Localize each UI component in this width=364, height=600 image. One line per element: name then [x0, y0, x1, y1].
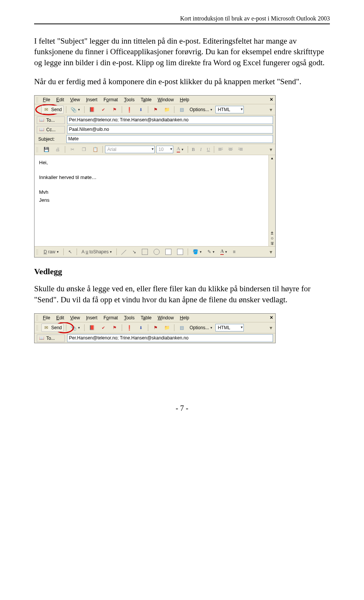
overflow-icon[interactable]: ▾ [268, 107, 274, 113]
cut-button[interactable] [67, 145, 77, 154]
separator [188, 248, 188, 255]
menu-view[interactable]: View [67, 314, 83, 321]
overflow-icon[interactable]: ▾ [268, 325, 274, 331]
close-icon[interactable]: × [270, 314, 273, 320]
cc-button[interactable]: Cc... [37, 126, 65, 134]
textbox-tool[interactable] [163, 248, 173, 256]
page-button[interactable] [177, 324, 187, 332]
outlook-compose-screenshot-2: File Edit View Insert Format Tools Table… [34, 313, 276, 343]
line-tool[interactable] [119, 248, 129, 256]
body-greeting: Hei, [39, 159, 264, 167]
address-book-button[interactable] [87, 105, 97, 114]
browse-select-icon[interactable]: ○ [271, 236, 273, 241]
to-field[interactable]: Per.Hansen@telenor.no; Trine.Hansen@skan… [67, 116, 273, 124]
italic-button[interactable]: I [198, 147, 204, 152]
underline-button[interactable]: U [206, 147, 212, 152]
folder-icon [164, 325, 170, 331]
font-color-button[interactable]: A▾ [175, 145, 185, 154]
menu-table[interactable]: Table [138, 314, 155, 321]
cut-icon [69, 146, 75, 152]
menu-format[interactable]: Format [100, 314, 121, 321]
check-names-button[interactable] [98, 105, 108, 114]
arrow-tool[interactable]: ↘ [130, 248, 138, 256]
font-color-button[interactable]: A▾ [218, 248, 229, 256]
line-color-button[interactable]: ✎▾ [206, 248, 217, 256]
menu-table[interactable]: Table [138, 96, 155, 103]
menu-format[interactable]: Format [100, 96, 121, 103]
scroll-up-icon[interactable]: ▴ [271, 155, 273, 161]
font-size-combo[interactable]: 10 [156, 146, 173, 153]
page-button[interactable] [177, 105, 187, 114]
subject-label: Subject: [37, 136, 64, 143]
menu-file[interactable]: File [40, 96, 53, 103]
menu-help[interactable]: Help [177, 314, 192, 321]
menu-view[interactable]: View [67, 96, 83, 103]
menu-tools[interactable]: Tools [121, 96, 138, 103]
to-button[interactable]: To... [37, 116, 65, 124]
importance-low-button[interactable] [136, 324, 146, 332]
importance-high-button[interactable] [124, 105, 134, 114]
align-left-button[interactable] [217, 146, 225, 152]
menu-help[interactable]: Help [177, 96, 192, 103]
cc-field[interactable]: Paal.Nilsen@uib.no [67, 126, 273, 134]
to-row: To... Per.Hansen@telenor.no; Trine.Hanse… [35, 115, 275, 125]
subject-field[interactable]: Møte [66, 135, 273, 143]
line-icon [121, 249, 127, 254]
close-icon[interactable]: × [270, 96, 273, 102]
permission-button[interactable] [110, 105, 119, 114]
flag-icon [111, 325, 118, 331]
rectangle-tool[interactable] [140, 248, 150, 256]
menu-edit[interactable]: Edit [53, 314, 67, 321]
follow-up-button[interactable] [151, 324, 160, 332]
draw-menu[interactable]: Draw ▾ [42, 248, 61, 256]
options-button[interactable]: Options... ▾ [188, 324, 214, 331]
overflow-icon[interactable]: ▾ [268, 249, 274, 255]
send-button[interactable]: Send [41, 324, 64, 332]
print-button[interactable] [53, 145, 63, 154]
follow-up-button[interactable] [151, 105, 160, 114]
fill-color-button[interactable]: 🪣▾ [191, 248, 204, 256]
browse-next-icon[interactable]: ∓ [270, 241, 274, 246]
insert-file-button[interactable] [162, 324, 172, 332]
check-names-button[interactable] [98, 324, 108, 332]
wordart-tool[interactable] [175, 248, 185, 256]
menu-window[interactable]: Window [155, 314, 177, 321]
importance-low-button[interactable] [136, 105, 146, 114]
font-combo[interactable]: Arial [105, 146, 155, 153]
folder-icon [164, 107, 170, 113]
options-button[interactable]: Options... ▾ [188, 106, 214, 113]
menu-insert[interactable]: Insert [83, 314, 100, 321]
oval-tool[interactable] [152, 248, 162, 256]
attach-button[interactable]: ▾ [69, 105, 82, 114]
select-objects-button[interactable]: ↖ [66, 248, 74, 256]
vertical-scrollbar[interactable]: ▴ ± ○ ∓ [268, 155, 275, 246]
separator [102, 146, 103, 153]
menu-window[interactable]: Window [155, 96, 177, 103]
message-body[interactable]: Hei, Innkaller herved til møte… Mvh Jens [35, 155, 268, 246]
bold-button[interactable]: B [190, 147, 196, 152]
copy-button[interactable] [79, 145, 89, 154]
attach-button[interactable]: ▾ [69, 324, 82, 332]
menu-tools[interactable]: Tools [121, 314, 138, 321]
address-book-button[interactable] [87, 324, 97, 332]
menu-file[interactable]: File [40, 314, 53, 321]
menu-edit[interactable]: Edit [53, 96, 67, 103]
message-format-combo[interactable]: HTML [215, 106, 244, 113]
paste-button[interactable] [90, 145, 100, 154]
browse-prev-icon[interactable]: ± [271, 230, 273, 236]
save-button[interactable] [41, 145, 51, 154]
page-header: Kort introduksjon til bruk av e-post i M… [34, 15, 330, 24]
send-button[interactable]: Send [41, 105, 64, 114]
to-field[interactable]: Per.Hansen@telenor.no; Trine.Hansen@skan… [67, 334, 273, 342]
to-button[interactable]: To... [37, 335, 65, 342]
permission-button[interactable] [110, 324, 119, 332]
align-right-button[interactable] [236, 146, 245, 152]
line-style-button[interactable]: ≡ [231, 248, 237, 256]
importance-high-button[interactable] [124, 324, 134, 332]
autoshapes-menu[interactable]: AutoShapes ▾ [80, 248, 114, 256]
message-format-combo[interactable]: HTML [215, 324, 244, 331]
overflow-icon[interactable]: ▾ [268, 146, 274, 152]
insert-file-button[interactable] [162, 105, 172, 114]
align-center-button[interactable] [226, 146, 235, 152]
menu-insert[interactable]: Insert [83, 96, 100, 103]
